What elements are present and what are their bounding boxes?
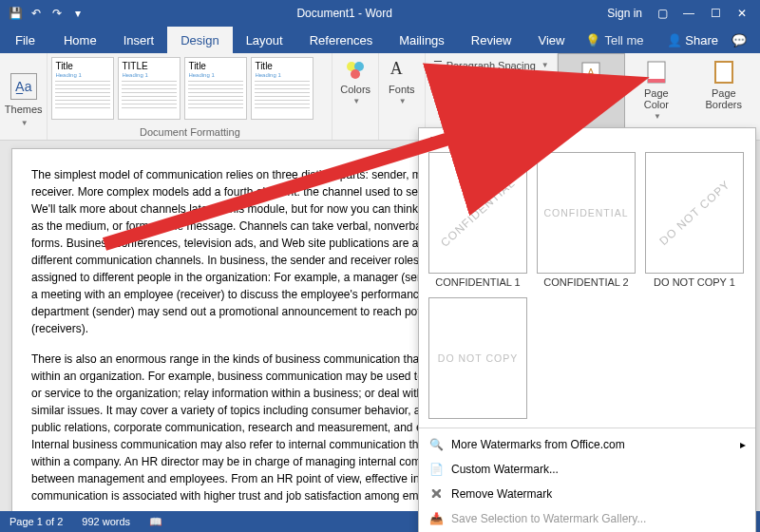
- style-card[interactable]: TITLEHeading 1: [118, 57, 180, 120]
- fonts-label: Fonts: [389, 84, 415, 95]
- style-card[interactable]: TitleHeading 1: [51, 57, 114, 120]
- fonts-icon: A: [390, 59, 413, 82]
- paragraph-spacing-icon: ☰: [433, 59, 443, 71]
- watermark-section-header: Confidential: [419, 128, 755, 152]
- custom-watermark-item[interactable]: 📄 Custom Watermark...: [419, 457, 755, 482]
- svg-text:A: A: [588, 66, 596, 78]
- themes-icon: A̲a: [10, 73, 37, 100]
- ribbon-tabs: File Home Insert Design Layout Reference…: [0, 27, 760, 53]
- page-borders-icon: [711, 59, 737, 86]
- maximize-icon[interactable]: ☐: [709, 7, 722, 20]
- proofing-icon[interactable]: 📖: [149, 516, 162, 528]
- page-indicator[interactable]: Page 1 of 2: [10, 516, 63, 527]
- svg-rect-6: [648, 79, 665, 83]
- effects-button[interactable]: �◑Effects▼: [433, 76, 549, 88]
- watermark-label: Watermark: [566, 88, 617, 100]
- watermark-custom-icon: 📄: [428, 462, 444, 477]
- document-title: Document1 - Word: [93, 7, 596, 20]
- style-card[interactable]: TitleHeading 1: [251, 57, 314, 120]
- close-icon[interactable]: ✕: [735, 7, 749, 20]
- colors-icon: [344, 59, 367, 82]
- tab-review[interactable]: Review: [458, 27, 525, 53]
- tab-mailings[interactable]: Mailings: [386, 27, 458, 53]
- word-count[interactable]: 992 words: [82, 516, 130, 527]
- signin-link[interactable]: Sign in: [607, 7, 642, 20]
- ribbon-display-options-icon[interactable]: ▢: [656, 7, 669, 20]
- tab-insert[interactable]: Insert: [110, 27, 168, 53]
- save-gallery-icon: 📥: [428, 511, 444, 526]
- watermark-option-confidential-1[interactable]: CONFIDENTIAL CONFIDENTIAL 1: [428, 152, 527, 288]
- colors-label: Colors: [340, 84, 370, 95]
- tab-references[interactable]: References: [296, 27, 386, 53]
- file-tab[interactable]: File: [0, 27, 50, 53]
- tell-me-label: Tell me: [604, 33, 643, 48]
- watermark-menu: 🔍 More Watermarks from Office.com ▸ 📄 Cu…: [419, 428, 755, 532]
- page-borders-label: Page Borders: [695, 87, 752, 110]
- check-icon: ✓: [433, 93, 442, 105]
- page-color-label: Page Color: [633, 87, 679, 110]
- effects-icon: �◑: [433, 76, 453, 88]
- tab-layout[interactable]: Layout: [233, 27, 296, 53]
- minimize-icon[interactable]: —: [682, 7, 695, 20]
- save-watermark-item: 📥 Save Selection to Watermark Gallery...: [419, 506, 755, 531]
- themes-label: Themes: [5, 104, 43, 115]
- quick-access-toolbar: 💾 ↶ ↷ ▾: [0, 6, 93, 21]
- colors-button[interactable]: Colors ▼: [332, 53, 379, 140]
- watermark-icon: A: [578, 60, 604, 86]
- titlebar: 💾 ↶ ↷ ▾ Document1 - Word Sign in ▢ — ☐ ✕: [0, 0, 760, 27]
- themes-button[interactable]: A̲a Themes ▼: [0, 53, 48, 140]
- tab-home[interactable]: Home: [50, 27, 110, 53]
- more-watermarks-item[interactable]: 🔍 More Watermarks from Office.com ▸: [419, 432, 755, 457]
- style-card[interactable]: TitleHeading 1: [184, 57, 247, 120]
- watermark-option-do-not-copy-2[interactable]: DO NOT COPY: [428, 297, 527, 422]
- remove-watermark-item[interactable]: 🗙 Remove Watermark: [419, 482, 755, 506]
- lightbulb-icon: 💡: [585, 33, 600, 48]
- undo-icon[interactable]: ↶: [28, 6, 44, 21]
- search-icon: 🔍: [428, 437, 444, 452]
- style-gallery[interactable]: TitleHeading 1 TITLEHeading 1 TitleHeadi…: [48, 53, 332, 124]
- svg-point-2: [351, 69, 360, 79]
- comments-icon[interactable]: 💬: [732, 33, 747, 48]
- save-icon[interactable]: 💾: [8, 6, 23, 21]
- redo-icon[interactable]: ↷: [49, 6, 65, 21]
- watermark-grid: CONFIDENTIAL CONFIDENTIAL 1 CONFIDENTIAL…: [419, 152, 755, 428]
- share-button[interactable]: 👤 Share: [667, 33, 718, 48]
- paragraph-spacing-button[interactable]: ☰Paragraph Spacing▼: [433, 59, 549, 71]
- tell-me[interactable]: 💡 Tell me: [585, 33, 643, 48]
- tab-view[interactable]: View: [524, 27, 578, 53]
- page-color-icon: [643, 59, 670, 86]
- tab-design[interactable]: Design: [167, 27, 232, 53]
- share-label: Share: [685, 33, 718, 48]
- watermark-option-confidential-2[interactable]: CONFIDENTIAL CONFIDENTIAL 2: [537, 152, 636, 288]
- watermark-dropdown: Confidential CONFIDENTIAL CONFIDENTIAL 1…: [418, 127, 756, 532]
- remove-icon: 🗙: [428, 486, 444, 502]
- svg-rect-7: [715, 62, 732, 83]
- chevron-right-icon: ▸: [740, 438, 746, 451]
- qat-customize-icon[interactable]: ▾: [70, 6, 86, 21]
- gallery-label: Document Formatting: [48, 124, 332, 140]
- watermark-option-do-not-copy-1[interactable]: DO NOT COPY DO NOT COPY 1: [645, 152, 744, 288]
- set-default-button[interactable]: ✓Set as Default: [433, 93, 549, 105]
- chevron-down-icon: ▼: [21, 119, 28, 127]
